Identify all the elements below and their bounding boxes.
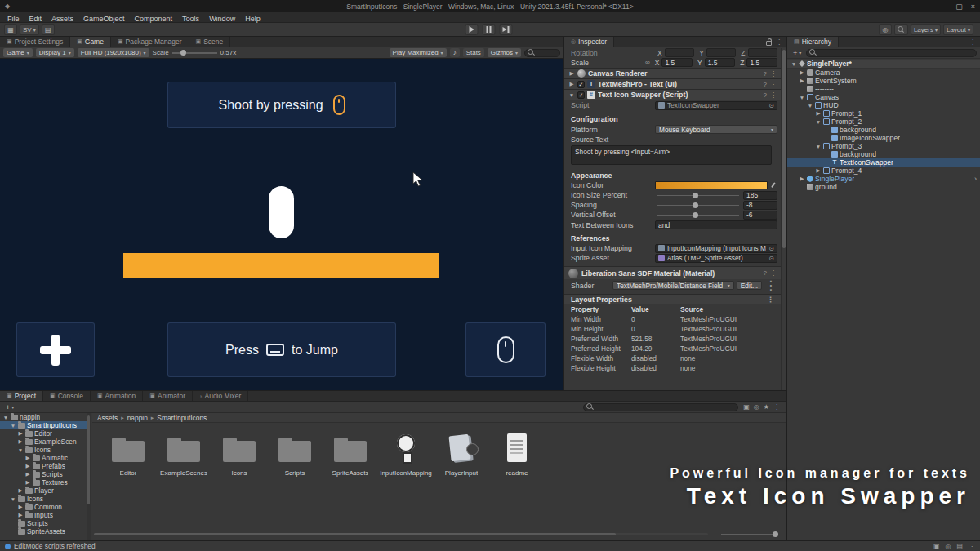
close-button[interactable]: × (971, 2, 975, 11)
tree-item-animatic[interactable]: ▶Animatic (0, 454, 91, 462)
breadcrumb-item-smartinputicons[interactable]: SmartInputIcons (157, 414, 207, 422)
asset-readme[interactable]: readme (489, 431, 545, 477)
tree-scrollbar[interactable] (87, 413, 91, 540)
pause-button[interactable] (483, 24, 496, 35)
tab-scene[interactable]: ▣Scene (189, 37, 231, 47)
menu-file[interactable]: File (2, 15, 24, 23)
shader-edit-button[interactable]: Edit... (737, 281, 762, 290)
vertical-offset-field[interactable]: -6 (743, 211, 777, 220)
favorites-icon[interactable]: ★ (764, 403, 769, 411)
foldout-arrow[interactable]: ▶ (17, 512, 24, 518)
tab-hierarchy[interactable]: ▤ Hierarchy (787, 37, 839, 47)
foldout-arrow[interactable]: ▼ (10, 496, 16, 502)
foldout-arrow[interactable]: ▼ (2, 415, 9, 420)
foldout-arrow[interactable]: ▶ (799, 69, 805, 76)
icon-size-field[interactable]: 185 (743, 191, 777, 200)
zoom-slider[interactable] (721, 531, 778, 537)
scale-x-field[interactable]: 1.5 (662, 58, 693, 67)
tab-audio-mixer[interactable]: ♪Audio Mixer (193, 391, 248, 401)
source-text-field[interactable]: Shoot by pressing <Input=Aim> (571, 145, 772, 165)
foldout-arrow[interactable]: ▼ (807, 103, 813, 109)
scale-z-field[interactable]: 1.5 (746, 58, 777, 67)
menu-edit[interactable]: Edit (24, 15, 47, 23)
play-maximized-dropdown[interactable]: Play Maximized▾ (390, 48, 447, 57)
maximize-button[interactable]: ▢ (956, 2, 963, 11)
hierarchy-item-prompt-4[interactable]: ▶Prompt_4 (787, 167, 980, 175)
tools-overlay-button[interactable]: ▦ (4, 24, 17, 35)
hierarchy-item-canvas[interactable]: ▼Canvas (787, 93, 980, 101)
slider-thumb[interactable] (773, 531, 778, 537)
status-menu-icon[interactable]: ⋮ (969, 543, 975, 550)
asset-spriteassets[interactable]: SpriteAssets (323, 431, 378, 477)
hierarchy-item-eventsystem[interactable]: ▶EventSystem (787, 77, 980, 85)
tree-item-icons[interactable]: ▼Icons (0, 495, 91, 503)
hierarchy-search-field[interactable] (806, 49, 977, 57)
tab-inspector[interactable]: ◎ Inspector (564, 37, 614, 47)
breadcrumb-item-nappin[interactable]: nappin (127, 414, 148, 422)
foldout-arrow[interactable]: ▶ (24, 479, 31, 486)
component-text-icon-swapper[interactable]: ▼ ✓ Text Icon Swapper (Script) ?⋮ (564, 89, 781, 100)
panel-menu-icon[interactable]: ⋮ (969, 38, 976, 46)
tree-item-inputs[interactable]: ▶Inputs (0, 511, 91, 519)
sprite-asset-field[interactable]: Atlas (TMP_Sprite Asset) ⊙ (655, 254, 777, 263)
asset-scripts[interactable]: Scripts (267, 431, 323, 477)
panel-menu-icon[interactable]: ⋮ (776, 38, 782, 46)
gizmos-dropdown[interactable]: Gizmos▾ (488, 48, 521, 57)
foldout-arrow[interactable]: ▼ (799, 95, 805, 100)
foldout-arrow[interactable]: ▶ (568, 70, 575, 77)
asset-examplescenes[interactable]: ExampleScenes (156, 431, 212, 477)
tab-animation[interactable]: ▣Animation (91, 391, 143, 401)
shader-menu-icon[interactable]: ⋮ (764, 278, 777, 293)
hierarchy-item-singleplayer[interactable]: ▶SinglePlayer› (787, 175, 980, 183)
mute-audio-button[interactable]: ♪ (450, 48, 460, 57)
eyedropper-icon[interactable] (770, 181, 777, 189)
tab-project[interactable]: ▣Project (0, 391, 43, 401)
layers-status-icon[interactable]: ▤ (956, 543, 963, 550)
menu-component[interactable]: Component (130, 15, 178, 23)
scale-slider[interactable] (172, 49, 217, 57)
hierarchy-item-background[interactable]: background (787, 150, 980, 158)
hierarchy-item-prompt-1[interactable]: ▶Prompt_1 (787, 109, 980, 118)
tab-project-settings[interactable]: ▣Project Settings (0, 37, 70, 47)
prefab-open-arrow[interactable]: › (974, 175, 980, 183)
search-button[interactable] (894, 24, 908, 35)
rotation-y-field[interactable] (706, 48, 736, 57)
step-button[interactable] (500, 24, 513, 35)
material-header[interactable]: Liberation Sans SDF Material (Material) … (564, 266, 781, 279)
rotation-z-field[interactable] (748, 48, 777, 57)
services-button[interactable]: ◎ (879, 24, 892, 35)
create-menu-button[interactable]: +▾ (3, 403, 16, 411)
panel-menu-icon[interactable]: ⋮ (773, 403, 780, 411)
foldout-arrow[interactable]: ▼ (10, 423, 16, 429)
component-textmeshpro[interactable]: ▶ ✓ T TextMeshPro - Text (UI) ?⋮ (564, 78, 781, 89)
hierarchy-item-hud[interactable]: ▼HUD (787, 101, 980, 109)
layers-dropdown[interactable]: Layers▾ (911, 24, 941, 35)
foldout-arrow[interactable]: ▼ (815, 144, 822, 149)
sv-dropdown[interactable]: SV▾ (20, 24, 39, 35)
horizontal-scrollbar[interactable] (94, 533, 708, 535)
tool-settings-button[interactable]: ▤ (42, 24, 55, 35)
hierarchy-item-item[interactable]: -------- (787, 85, 980, 93)
inspector-scrollbar[interactable] (781, 48, 786, 390)
foldout-arrow[interactable]: ▼ (568, 92, 575, 98)
tree-item-common[interactable]: ▶Common (0, 503, 91, 511)
lock-icon[interactable] (766, 41, 772, 46)
search-by-label-icon[interactable]: ◎ (754, 403, 760, 411)
tree-item-spriteassets[interactable]: SpriteAssets (0, 527, 91, 535)
input-icon-mapping-field[interactable]: InputIconMapping (Input Icons Mappi ⊙ (655, 244, 777, 253)
tree-item-nappin[interactable]: ▼nappin (0, 413, 91, 421)
stats-button[interactable]: Stats (463, 48, 484, 57)
rotation-x-field[interactable] (665, 48, 694, 57)
foldout-arrow[interactable]: ▼ (815, 119, 822, 125)
tab-animator[interactable]: ▣Animator (143, 391, 193, 401)
scrollbar-thumb[interactable] (782, 50, 786, 248)
asset-icons[interactable]: Icons (212, 431, 267, 477)
tab-package-manager[interactable]: ▣Package Manager (111, 37, 189, 47)
object-picker-icon[interactable]: ⊙ (768, 255, 774, 262)
search-by-type-icon[interactable]: ▣ (743, 403, 750, 411)
tree-item-scripts[interactable]: ▶Scripts (0, 470, 91, 478)
foldout-arrow[interactable]: ▶ (568, 81, 575, 87)
hierarchy-item-prompt-2[interactable]: ▼Prompt_2 (787, 118, 980, 126)
tab-game[interactable]: ▣Game (70, 37, 111, 47)
help-icon[interactable]: ? (764, 70, 767, 78)
